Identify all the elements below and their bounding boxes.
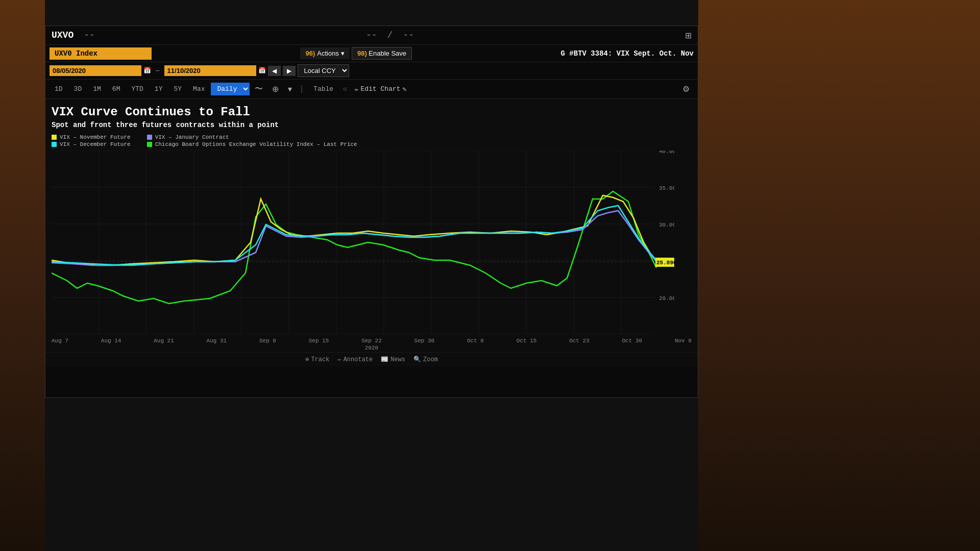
ccy-select[interactable]: Local CCY [298,64,349,77]
actions-label: Actions [317,49,339,57]
actions-shortcut: 96) [305,49,315,57]
legend-dot-purple [147,135,152,140]
x-label-aug14: Aug 14 [101,338,121,344]
svg-text:40.0000: 40.0000 [659,151,674,155]
period-5y[interactable]: 5Y [168,83,187,95]
actions-button[interactable]: 96) Actions ▾ [300,47,349,59]
nav-value-left: -- [366,30,377,40]
nav-prev-button[interactable]: ◀ [268,66,281,76]
table-button[interactable]: Table [307,83,339,95]
x-label-oct23: Oct 23 [569,338,590,344]
chart-title: VIX Curve Continues to Fall [45,105,698,119]
legend-label-3: VIX – December Future [60,141,131,147]
enable-save-label: Enable Save [369,49,406,57]
nav-next-button[interactable]: ▶ [283,66,296,76]
daily-select[interactable]: Daily [211,83,250,95]
year-label: 2020 [45,344,698,352]
legend-row-1: VIX – November Future VIX – January Cont… [52,134,692,140]
terminal-window: UXVO -- -- / -- ⊞ UXV0 Index 96) Actions… [45,26,698,398]
legend-label-4: Chicago Board Options Exchange Volatilit… [155,141,357,147]
edit-chart-label: Edit Chart [361,85,401,93]
edit-chart-button[interactable]: ✏ Edit Chart ✎ [351,83,411,95]
x-axis: Aug 7 Aug 14 Aug 21 Aug 31 Sep 8 Sep 15 … [45,337,698,344]
period-1m[interactable]: 1M [88,83,106,95]
news-label: News [390,356,405,363]
legend-row-2: VIX – December Future Chicago Board Opti… [52,141,692,147]
ticker-index-box[interactable]: UXV0 Index [50,47,152,60]
x-label-nov9: Nov 9 [675,338,692,344]
legend-dot-yellow [52,135,57,140]
svg-text:20.0000: 20.0000 [659,295,674,302]
chart-svg: 40.0000 35.0000 30.0000 25.0000 20.0000 [52,151,674,334]
edit-chart-icon: ✎ [403,85,407,93]
svg-text:35.0000: 35.0000 [659,185,674,191]
period-1y[interactable]: 1Y [150,83,168,95]
period-6m[interactable]: 6M [107,83,126,95]
legend-dot-cyan [52,142,57,147]
zoom-button[interactable]: 🔍 Zoom [413,356,438,363]
x-label-sep30: Sep 30 [414,338,435,344]
svg-text:30.0000: 30.0000 [659,222,674,228]
period-max[interactable]: Max [188,83,210,95]
chart-subtitle: Spot and front three futures contracts w… [45,119,698,131]
x-label-aug7: Aug 7 [52,338,68,344]
ticker-dash: -- [84,30,95,40]
header-title: G #BTV 3384: VIX Sept. Oct. Nov [561,49,694,58]
toolbar-row-2: 📅 – 📅 ◀ ▶ Local CCY [45,62,698,80]
calendar-end-icon[interactable]: 📅 [258,67,266,74]
x-label-oct8: Oct 8 [467,338,484,344]
date-end-input[interactable] [164,65,256,76]
chart-legend: VIX – November Future VIX – January Cont… [45,131,698,151]
track-icon: ⊕ [305,356,309,363]
toolbar-row-3: 1D 3D 1M 6M YTD 1Y 5Y Max Daily 〜 ⊕ ▾ | … [45,80,698,99]
legend-label-2: VIX – January Contract [155,134,229,140]
zoom-label: Zoom [423,356,438,363]
settings-button[interactable]: ⚙ [678,82,694,96]
x-label-aug21: Aug 21 [154,338,174,344]
title-bar-right: ⊞ [685,31,692,40]
ticker-symbol: UXVO [52,30,74,40]
chart-container: VIX Curve Continues to Fall Spot and fro… [45,99,698,366]
edit-icon: ✏ [355,85,359,93]
enable-save-button[interactable]: 98) Enable Save [352,47,412,60]
news-button[interactable]: 📰 News [381,356,405,363]
annotate-label: Annotate [344,356,373,363]
save-shortcut: 98) [357,49,367,57]
toolbar-row-1: UXV0 Index 96) Actions ▾ 98) Enable Save… [45,45,698,62]
grid-icon-btn[interactable]: ⊞ [685,31,692,40]
period-ytd[interactable]: YTD [126,83,148,95]
track-label: Track [311,356,329,363]
legend-label-1: VIX – November Future [60,134,131,140]
calendar-start-icon[interactable]: 📅 [143,67,151,74]
x-label-sep8: Sep 8 [259,338,276,344]
svg-text:25.8900: 25.8900 [656,260,674,266]
annotate-button[interactable]: ✏ Annotate [337,356,373,363]
period-3d[interactable]: 3D [69,83,87,95]
news-icon: 📰 [381,356,388,363]
annotate-icon: ✏ [337,356,341,363]
chart-bottom-bar: ⊕ Track ✏ Annotate 📰 News 🔍 Zoom [45,352,698,366]
nav-value-right: -- [403,30,414,40]
track-button[interactable]: ⊕ Track [305,356,329,363]
x-label-sep22: Sep 22 [361,338,382,344]
x-label-sep15: Sep 15 [309,338,329,344]
chart-svg-wrapper: 40.0000 35.0000 30.0000 25.0000 20.0000 [52,151,692,337]
x-label-aug31: Aug 31 [207,338,227,344]
zoom-icon: 🔍 [413,356,421,363]
more-options-icon[interactable]: ▾ [284,82,296,96]
period-1d[interactable]: 1D [50,83,68,95]
title-bar: UXVO -- -- / -- ⊞ [45,26,698,45]
outer-wrapper: UXVO -- -- / -- ⊞ UXV0 Index 96) Actions… [0,0,980,551]
x-label-oct30: Oct 30 [622,338,643,344]
legend-dot-green [147,142,152,147]
line-chart-icon[interactable]: 〜 [251,82,267,96]
x-label-oct15: Oct 15 [517,338,537,344]
crosshair-icon[interactable]: ⊕ [268,82,283,96]
date-start-input[interactable] [50,65,141,76]
